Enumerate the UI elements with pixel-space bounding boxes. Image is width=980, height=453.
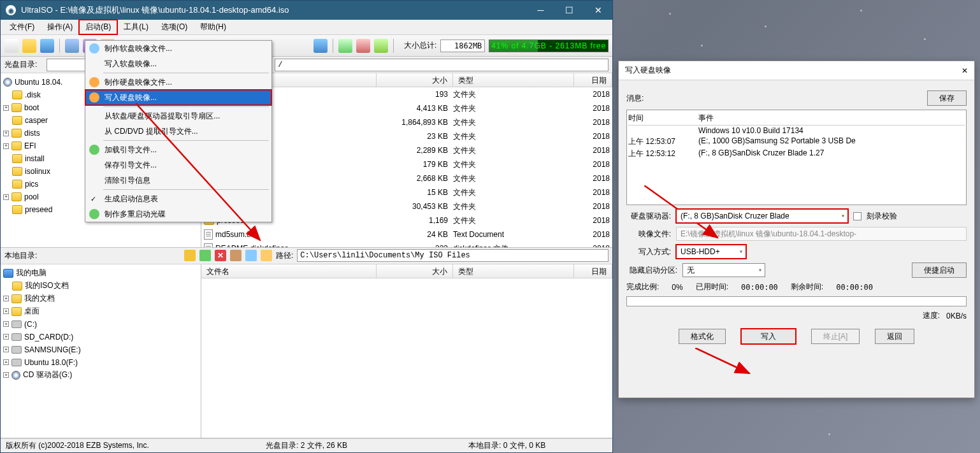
log-col-event: 事件 — [698, 113, 714, 124]
table-row[interactable]: README.diskdefines233diskdefines 文件2018 — [201, 241, 612, 247]
tree-item[interactable]: +桌面 — [3, 305, 198, 318]
verify-checkbox[interactable] — [853, 212, 861, 220]
tree-item[interactable]: +SD_CARD(D:) — [3, 331, 198, 343]
folder-icon — [11, 141, 22, 150]
size-total-label: 大小总计: — [404, 40, 436, 51]
write-method-select[interactable]: USB-HDD+ — [676, 245, 746, 259]
icon-a[interactable] — [245, 250, 257, 261]
maximize-button[interactable]: ☐ — [555, 1, 584, 20]
menu-tools[interactable]: 工具(L) — [117, 20, 155, 34]
minimize-button[interactable]: ─ — [526, 1, 555, 20]
save-log-button[interactable]: 保存 — [927, 90, 967, 106]
tool-icon-1[interactable] — [65, 39, 79, 53]
elapsed-label: 已用时间: — [696, 282, 728, 292]
local-tree-pane[interactable]: 我的电脑 我的ISO文档 +我的文档 +桌面 +(C:) +SD_CARD(D:… — [1, 264, 201, 438]
menu-clear-boot[interactable]: 清除引导信息 — [85, 173, 271, 188]
mount-icon[interactable] — [338, 39, 352, 53]
menu-help[interactable]: 帮助(H) — [194, 20, 233, 34]
new-icon[interactable] — [4, 39, 18, 53]
open-icon[interactable] — [22, 39, 36, 53]
expander-icon[interactable]: + — [3, 143, 9, 149]
local-path-row: 本地目录: ✕ 路径: — [1, 248, 612, 264]
col-type[interactable]: 类型 — [453, 73, 574, 87]
col-type[interactable]: 类型 — [453, 264, 574, 278]
menu-load-boot[interactable]: 加载引导文件... — [85, 142, 271, 157]
expander-icon[interactable]: + — [3, 321, 9, 327]
burn-icon[interactable] — [374, 39, 388, 53]
menu-make-multi[interactable]: 制作多重启动光碟 — [85, 206, 271, 222]
usage-bar: 41% of 4.7GB - 2613MB free — [489, 40, 609, 52]
drive-select[interactable]: (F:, 8 GB)SanDisk Cruzer Blade — [676, 209, 848, 223]
expander-icon[interactable]: + — [3, 131, 9, 136]
col-size[interactable]: 大小 — [377, 73, 453, 87]
menu-make-floppy[interactable]: 制作软盘映像文件... — [85, 41, 271, 56]
menu-from-floppy-hdd[interactable]: 从软盘/硬盘驱动器提取引导扇区... — [85, 108, 271, 124]
menu-operate[interactable]: 操作(A) — [41, 20, 79, 34]
size-total-value[interactable] — [440, 40, 485, 52]
format-button[interactable]: 格式化 — [679, 329, 726, 344]
folder-icon — [12, 154, 22, 163]
dialog-close-button[interactable]: ✕ — [962, 66, 968, 75]
icon-b[interactable] — [261, 250, 272, 261]
delete-icon[interactable]: ✕ — [215, 250, 226, 261]
tree-item[interactable]: +Ubuntu 18.0(F:) — [3, 356, 198, 369]
hide-boot-select[interactable]: 无 — [682, 263, 765, 277]
speed-value: 0KB/s — [946, 312, 967, 320]
menu-write-hdd[interactable]: 写入硬盘映像... — [85, 90, 271, 105]
tree-mycomputer[interactable]: 我的电脑 — [3, 267, 198, 280]
col-date[interactable]: 日期 — [574, 73, 612, 87]
menu-gen-boot-table[interactable]: ✓生成启动信息表 — [85, 191, 271, 206]
menu-from-cddvd[interactable]: 从 CD/DVD 提取引导文件... — [85, 124, 271, 139]
info-icon[interactable] — [313, 39, 328, 53]
menu-make-hdd[interactable]: 制作硬盘映像文件... — [85, 75, 271, 90]
tree-item[interactable]: 我的ISO文档 — [3, 280, 198, 292]
write-button[interactable]: 写入 — [741, 329, 796, 344]
quick-boot-button[interactable]: 便捷启动 — [912, 262, 967, 278]
col-name[interactable]: 文件名 — [201, 264, 377, 278]
compress-icon[interactable] — [356, 39, 370, 53]
expander-icon[interactable]: + — [3, 296, 9, 301]
expander-icon[interactable]: + — [3, 347, 9, 352]
disc-path-input[interactable] — [275, 59, 609, 71]
drive-icon — [11, 333, 22, 341]
svg-line-2 — [695, 348, 749, 373]
expander-icon[interactable]: + — [3, 372, 9, 378]
computer-icon — [3, 269, 13, 278]
remain-label: 剩余时间: — [791, 282, 823, 292]
local-path-input[interactable] — [297, 249, 609, 262]
tree-item[interactable]: +我的文档 — [3, 292, 198, 305]
expander-icon[interactable]: + — [3, 194, 9, 200]
tree-item[interactable]: +SANMSUNG(E:) — [3, 343, 198, 356]
elapsed-value: 00:00:00 — [741, 283, 778, 292]
titlebar: ◉ UltraISO - E:\镜像及虚拟机\linux 镜像\ubuntu-1… — [1, 1, 612, 20]
col-date[interactable]: 日期 — [574, 264, 612, 278]
local-path-label: 路径: — [276, 250, 293, 261]
image-label: 映像文件: — [626, 229, 671, 240]
message-log[interactable]: 时间 事件 Windows 10 v10.0 Build 17134上午 12:… — [626, 110, 967, 205]
back-button[interactable]: 返回 — [875, 329, 914, 344]
expander-icon[interactable]: + — [3, 334, 9, 340]
close-button[interactable]: ✕ — [584, 1, 612, 20]
folder-icon — [11, 129, 22, 138]
statusbar: 版权所有 (c)2002-2018 EZB Systems, Inc. 光盘目录… — [1, 438, 612, 452]
add-icon[interactable] — [199, 250, 211, 261]
expander-icon[interactable]: + — [3, 308, 9, 314]
menu-write-floppy[interactable]: 写入软盘映像... — [85, 56, 271, 71]
menu-options[interactable]: 选项(O) — [155, 20, 194, 34]
extract-icon[interactable] — [230, 250, 241, 261]
menu-file[interactable]: 文件(F) — [3, 20, 41, 34]
folder-icon — [12, 167, 22, 176]
menu-save-boot[interactable]: 保存引导文件... — [85, 157, 271, 173]
expander-icon[interactable]: + — [3, 359, 9, 365]
abort-button[interactable]: 终止[A] — [811, 329, 860, 344]
msg-label: 消息: — [626, 93, 644, 104]
drive-icon — [11, 359, 22, 366]
tree-item[interactable]: +CD 驱动器(G:) — [3, 369, 198, 382]
table-row[interactable]: md5sum.txt24 KBText Document2018 — [201, 227, 612, 241]
menu-boot[interactable]: 启动(B) — [79, 20, 117, 34]
up-icon[interactable] — [184, 250, 196, 261]
save-icon[interactable] — [40, 39, 54, 53]
col-size[interactable]: 大小 — [377, 264, 453, 278]
tree-item[interactable]: +(C:) — [3, 318, 198, 331]
expander-icon[interactable]: + — [3, 105, 9, 111]
